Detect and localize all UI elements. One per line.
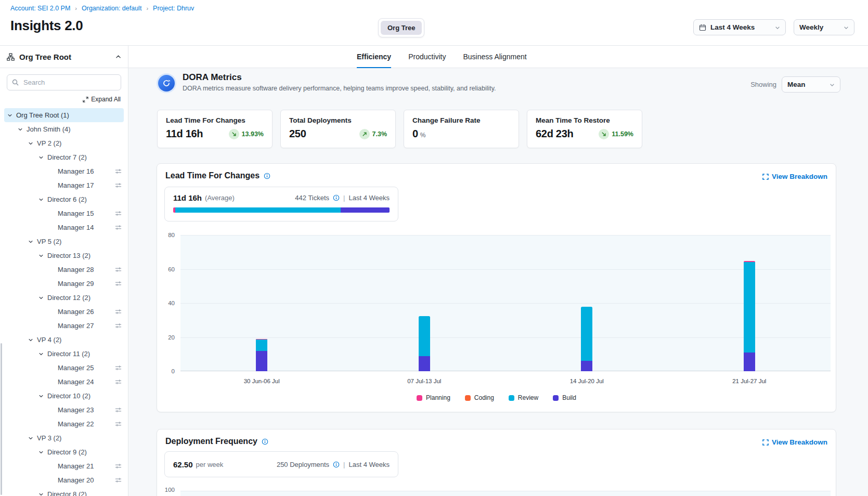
tree-node-director-8-2-[interactable]: Director 8 (2) [4,487,124,496]
tree-node-label: Manager 15 [58,210,94,217]
breadcrumb: Account: SEI 2.0 PM›Organization: defaul… [10,5,194,12]
legend-swatch [553,395,559,401]
chevron-down-icon[interactable] [7,113,16,118]
info-icon[interactable] [262,438,268,445]
expand-all-button[interactable]: Expand All [0,96,121,103]
tree-node-vp-5-2-[interactable]: VP 5 (2) [4,234,124,249]
bar-segment-review [256,340,267,350]
chevron-down-icon[interactable] [38,492,47,496]
tree-node-manager-26[interactable]: Manager 26 [4,305,124,319]
tree-node-manager-14[interactable]: Manager 14 [4,220,124,234]
expand-all-icon [83,97,88,102]
tree-node-manager-22[interactable]: Manager 22 [4,417,124,431]
chevron-down-icon[interactable] [28,239,37,244]
chevron-down-icon[interactable] [38,351,47,357]
tree-node-director-12-2-[interactable]: Director 12 (2) [4,291,124,305]
deployment-frequency-section: Deployment Frequency View Breakdown 62.5… [157,429,836,496]
search-input[interactable] [22,78,116,87]
filters-icon[interactable] [115,266,122,273]
interval-dropdown[interactable]: Weekly [794,19,854,35]
tree-node-org-tree-root-1-[interactable]: Org Tree Root (1) [4,108,124,122]
tree-node-manager-20[interactable]: Manager 20 [4,473,124,487]
tree-node-director-7-2-[interactable]: Director 7 (2) [4,150,124,164]
collapse-sidebar-chevron-up-icon[interactable] [115,54,121,60]
divider: | [343,194,345,202]
info-icon[interactable] [333,461,340,468]
filters-icon[interactable] [115,364,122,371]
x-tick-label: 07 Jul-13 Jul [407,378,441,384]
sidebar-scrollbar[interactable] [1,343,2,495]
filters-icon[interactable] [115,421,122,427]
filters-icon[interactable] [115,477,122,484]
chevron-down-icon[interactable] [38,197,47,202]
tree-node-label: Manager 14 [58,224,94,231]
tree-node-manager-16[interactable]: Manager 16 [4,164,124,178]
org-tree-button[interactable]: Org Tree [381,21,422,35]
tree-node-director-10-2-[interactable]: Director 10 (2) [4,389,124,403]
tree-node-manager-17[interactable]: Manager 17 [4,178,124,192]
filters-icon[interactable] [115,322,122,329]
filters-icon[interactable] [115,378,122,385]
filters-icon[interactable] [115,463,122,469]
interval-value: Weekly [799,23,823,31]
legend-item-planning[interactable]: Planning [417,394,450,401]
tree-node-manager-15[interactable]: Manager 15 [4,206,124,220]
trend-delta: 13.93% [242,130,264,138]
tree-node-manager-25[interactable]: Manager 25 [4,361,124,375]
legend-item-review[interactable]: Review [509,394,538,401]
tree-node-director-9-2-[interactable]: Director 9 (2) [4,445,124,459]
tree-node-label: Director 10 (2) [47,392,90,400]
tab-business-alignment[interactable]: Business Alignment [463,46,527,68]
legend-item-build[interactable]: Build [553,394,576,401]
chevron-down-icon[interactable] [18,127,27,132]
tab-productivity[interactable]: Productivity [408,46,446,68]
tree-node-director-13-2-[interactable]: Director 13 (2) [4,249,124,263]
breadcrumb-link-organization[interactable]: Organization: default [82,5,141,12]
tree-node-vp-4-2-[interactable]: VP 4 (2) [4,333,124,347]
tab-efficiency[interactable]: Efficiency [357,46,391,68]
tree-node-manager-24[interactable]: Manager 24 [4,375,124,389]
chevron-down-icon[interactable] [28,436,37,441]
tree-node-vp-2-2-[interactable]: VP 2 (2) [4,136,124,150]
filters-icon[interactable] [115,407,122,413]
lead-time-view-breakdown-link[interactable]: View Breakdown [762,173,827,180]
date-range-dropdown[interactable]: Last 4 Weeks [693,19,786,35]
filters-icon[interactable] [115,224,122,231]
tree-search[interactable] [7,74,121,90]
legend-item-coding[interactable]: Coding [465,394,494,401]
chevron-down-icon[interactable] [38,155,47,160]
chevron-down-icon[interactable] [28,337,37,343]
tree-node-director-11-2-[interactable]: Director 11 (2) [4,347,124,361]
tree-node-john-smith-4-[interactable]: John Smith (4) [4,122,124,136]
metric-card-lead-time-for-changes: Lead Time For Changes11d 16h13.93% [157,110,273,148]
tree-node-manager-27[interactable]: Manager 27 [4,319,124,333]
chevron-down-icon[interactable] [38,295,47,301]
chevron-down-icon[interactable] [38,394,47,399]
filters-icon[interactable] [115,210,122,217]
filters-icon[interactable] [115,280,122,287]
tree-node-vp-3-2-[interactable]: VP 3 (2) [4,431,124,445]
aggregation-dropdown[interactable]: Mean [782,76,840,93]
filters-icon[interactable] [115,168,122,175]
filters-icon[interactable] [115,182,122,189]
deployment-view-breakdown-link[interactable]: View Breakdown [762,438,827,446]
breadcrumb-link-account[interactable]: Account: SEI 2.0 PM [10,5,70,12]
chevron-down-icon[interactable] [38,450,47,455]
tree-node-manager-23[interactable]: Manager 23 [4,403,124,417]
tree-node-manager-28[interactable]: Manager 28 [4,263,124,277]
tree-node-label: Director 8 (2) [47,490,87,496]
tree-node-director-6-2-[interactable]: Director 6 (2) [4,192,124,206]
info-icon[interactable] [333,194,340,201]
breadcrumb-link-project[interactable]: Project: Dhruv [153,5,194,12]
gridline [180,303,831,304]
tree-node-manager-21[interactable]: Manager 21 [4,459,124,473]
info-icon[interactable] [264,173,270,179]
chevron-down-icon[interactable] [28,141,37,146]
tree-node-label: Manager 26 [58,308,94,316]
chevron-down-icon[interactable] [38,253,47,258]
bar-segment-build [419,356,430,371]
filters-icon[interactable] [115,308,122,315]
tree-node-label: Director 11 (2) [47,350,90,358]
tree-node-label: Director 6 (2) [47,195,87,203]
tree-node-manager-29[interactable]: Manager 29 [4,277,124,291]
